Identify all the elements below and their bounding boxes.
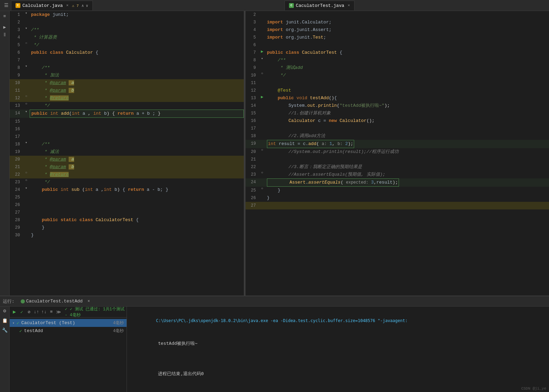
test-suite-item[interactable]: ▾ ✓ CaculatorTest (Test) 4毫秒 — [10, 319, 127, 327]
left-code-area[interactable]: 1 ▾ package junit; 2 3 ▾ /** — [10, 11, 244, 296]
lc-6: public class Calculator { — [30, 49, 244, 56]
code-line-7: 7 — [10, 56, 244, 64]
r-ln-12: 12 — [246, 87, 259, 94]
r-code-line-13: 13 ▶ public void testAdd(){ — [246, 94, 549, 102]
gutter-24: ▾ — [23, 186, 30, 190]
tab-calculator-close[interactable]: × — [66, 3, 69, 8]
lc-22: * @return — [30, 171, 244, 178]
ln-3: 3 — [10, 26, 23, 34]
test-case-item[interactable]: ✓ testAdd 4毫秒 — [10, 327, 127, 335]
tab-calculator-java[interactable]: C Calculator.java × ⚠ 7 ∧ ∨ — [11, 1, 93, 10]
r-code-line-14: 14 System.out.println("testAdd被执行啦~"); — [246, 102, 549, 110]
code-line-18: 18 ▾ /** — [10, 141, 244, 148]
sidebar-icon-2[interactable]: ▶ — [3, 24, 6, 30]
test-output[interactable]: C:\Users\PC\.jdks\openjdk-18.0.2\bin\jav… — [127, 307, 549, 392]
r-code-line-20: 20 ○ //System.out.println(result);//程序运行… — [246, 148, 549, 156]
run-icon-7[interactable]: ▶ — [261, 49, 263, 54]
caculator-test-icon: C — [289, 3, 294, 8]
filter-btn[interactable]: ≡ — [49, 309, 54, 316]
gutter-circle-12: ○ — [25, 94, 27, 98]
r-lc-4: import org.junit.Assert; — [266, 26, 549, 34]
watermark: CSDN @ji_ye — [521, 386, 546, 391]
bottom-icon-3[interactable]: 🔧 — [2, 328, 8, 333]
gutter-8: ▾ — [23, 64, 30, 68]
output-text-3: 进程已结束,退出代码0 — [158, 371, 204, 376]
lc-24: public int sub (int a ,int b) { return a… — [30, 186, 244, 194]
sidebar-icon-3[interactable]: ‖ — [3, 32, 6, 37]
output-text-1: testAdd被执行啦~ — [158, 341, 198, 346]
fold-5[interactable]: ○ — [25, 41, 27, 45]
tab-caculator-test-java[interactable]: C CaculatorTest.java × — [285, 1, 355, 10]
code-line-8: 8 ▾ /** — [10, 64, 244, 72]
suite-check-icon: ✓ — [17, 320, 19, 326]
r-ln-5: 5 — [246, 34, 259, 41]
code-line-20: 20 * @param a — [10, 156, 244, 163]
fold-3[interactable]: ▾ — [25, 26, 27, 30]
sidebar-icons: ≡ ▶ ‖ — [0, 11, 10, 296]
code-line-17: 17 — [10, 133, 244, 141]
r-ln-19: 19 — [246, 140, 259, 147]
rerun-btn[interactable]: ↓↑ — [34, 309, 39, 316]
run-icon-13[interactable]: ▶ — [261, 94, 263, 100]
suite-expand-icon[interactable]: ▾ — [12, 321, 14, 325]
lc-5: */ — [30, 41, 244, 49]
code-line-12: 12 ○ * @return — [10, 94, 244, 102]
r-lc-3: import junit.Calculator; — [266, 19, 549, 26]
case-check-icon: ✓ — [19, 328, 22, 334]
fold-1[interactable]: ▾ — [25, 11, 27, 15]
nav-down-icon[interactable]: ∨ — [86, 3, 88, 8]
r-gutter-7: ▶ — [259, 49, 266, 54]
bottom-icon-1[interactable]: ⚙ — [3, 308, 6, 314]
ln-16: 16 — [10, 125, 23, 133]
more-btn[interactable]: ≫ — [56, 309, 61, 316]
code-line-6: 6 public class Calculator { — [10, 49, 244, 56]
r-ln-6: 6 — [246, 41, 259, 49]
r-lc-8: /** — [266, 56, 549, 64]
bottom-icon-2[interactable]: 📋 — [2, 318, 8, 323]
r-ln-26: 26 — [246, 194, 259, 202]
r-lc-5: import org.junit.Test; — [266, 34, 549, 41]
r-ln-13: 13 — [246, 94, 259, 102]
ln-18: 18 — [10, 141, 23, 148]
code-line-13: 13 ○ */ — [10, 102, 244, 110]
lc-1: package junit; — [30, 11, 244, 19]
r-ln-10: 10 — [246, 72, 259, 79]
left-editor-pane: 1 ▾ package junit; 2 3 ▾ /** — [10, 11, 244, 296]
check-btn[interactable]: ✓ — [19, 309, 24, 316]
stop-btn[interactable]: ⊘ — [27, 309, 32, 316]
ln-2: 2 — [10, 19, 23, 26]
r-lc-10: */ — [266, 72, 549, 79]
gutter-23: ○ — [23, 178, 30, 182]
tab-caculator-test-close[interactable]: × — [348, 3, 350, 8]
code-line-30: 30 } — [10, 231, 244, 239]
r-code-line-24: 24 Assert.assertEquals( expected: 3,resu… — [246, 178, 549, 187]
right-code-area[interactable]: 2 3 import junit.Calculator; 4 import or… — [246, 11, 549, 296]
lc-10: * @param a — [30, 79, 244, 87]
ln-15: 15 — [10, 118, 23, 125]
r-code-line-4: 4 import org.junit.Assert; — [246, 26, 549, 34]
r-ln-2: 2 — [246, 11, 259, 19]
r-code-line-17: 17 — [246, 125, 549, 132]
r-lc-26: } — [266, 194, 549, 202]
r-lc-23: //Assert.assertEquals(预期值, 实际值); — [266, 171, 549, 178]
fold-8[interactable]: ▾ — [25, 64, 27, 68]
r-ln-17: 17 — [246, 125, 259, 132]
r-lc-12: @Test — [266, 87, 549, 94]
run-btn[interactable]: ▶ — [12, 309, 17, 316]
nav-up-icon[interactable]: ∧ — [81, 3, 84, 8]
editor-area: ≡ ▶ ‖ 1 ▾ package junit; 2 — [0, 11, 549, 296]
fold-13[interactable]: ○ — [25, 102, 27, 106]
sidebar-icon-1[interactable]: ≡ — [3, 14, 6, 19]
r-code-line-6: 6 — [246, 41, 549, 49]
gutter-18: ▾ — [23, 141, 30, 145]
fold-14[interactable]: ▾ — [25, 110, 27, 114]
run-tab[interactable]: CaculatorTest.testAdd — [17, 297, 86, 305]
code-line-25: 25 — [10, 194, 244, 201]
suite-time: 4毫秒 — [113, 320, 124, 326]
run-tab-close[interactable]: × — [88, 299, 90, 304]
fold-18[interactable]: ▾ — [25, 141, 27, 145]
sort-btn[interactable]: ↑↓ — [41, 309, 47, 316]
gutter-12: ○ — [23, 94, 30, 98]
r-lc-7: public class CaculatorTest { — [266, 49, 549, 56]
sidebar-toggle-icon[interactable]: ☰ — [4, 2, 9, 8]
